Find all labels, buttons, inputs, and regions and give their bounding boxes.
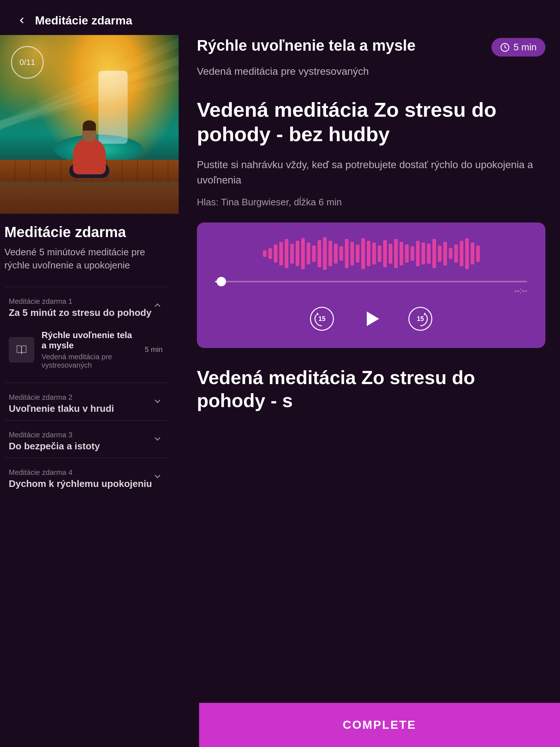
chevron-down-icon-2 <box>152 396 163 408</box>
rewind-15-icon: 15 <box>309 306 335 332</box>
waveform-bar <box>361 238 365 269</box>
waveform-bar <box>307 243 310 264</box>
lesson-duration: 5 min <box>145 345 163 354</box>
lesson-section-4: Meditácie zdarma 4 Dychom k rýchlemu upo… <box>4 458 167 495</box>
lesson-info: Rýchle uvoľnenie tela a mysle Vedená med… <box>42 330 137 369</box>
play-icon <box>357 304 386 333</box>
progress-thumb[interactable] <box>217 277 226 286</box>
waveform-bar <box>394 239 398 268</box>
lesson-item-subtitle: Vedená meditácia pre vystresovaných <box>42 353 137 369</box>
waveform-bar <box>290 244 294 264</box>
waveform-bar <box>318 240 321 267</box>
main-layout: 0/11 Meditácie zdarma Vedené 5 minútové … <box>0 35 560 510</box>
waveform-bar <box>389 244 392 264</box>
lesson-section-1: Meditácie zdarma 1 Za 5 minút zo stresu … <box>4 287 167 383</box>
waveform-bar <box>465 238 469 269</box>
waveform-bar <box>411 246 414 261</box>
header: Meditácie zdarma <box>0 0 560 35</box>
progress-counter: 0/11 <box>11 46 44 79</box>
lesson-section-3: Meditácie zdarma 3 Do bezpečia a istoty <box>4 420 167 458</box>
lesson-section-label-3: Meditácie zdarma 3 <box>9 431 100 439</box>
progress-bar-container[interactable] <box>215 281 527 282</box>
lesson-list: Meditácie zdarma 1 Za 5 minút zo stresu … <box>4 287 167 495</box>
waveform-bar <box>443 242 447 266</box>
svg-marker-3 <box>367 311 379 326</box>
progress-track[interactable] <box>215 281 527 282</box>
waveform-bar <box>350 242 354 266</box>
waveform-bar <box>312 245 316 262</box>
waveform-bar <box>378 245 381 262</box>
waveform-bar <box>301 238 305 269</box>
hero-image: 0/11 <box>0 35 179 214</box>
waveform-bar <box>454 244 458 263</box>
collection-title: Meditácie zdarma <box>4 224 167 240</box>
waveform-bar <box>356 244 359 263</box>
waveform-bar <box>476 245 480 262</box>
waveform-bar <box>367 241 370 266</box>
player-controls: 15 15 <box>215 304 527 333</box>
waveform-bar <box>323 237 327 270</box>
lesson-items-1: Rýchle uvoľnenie tela a mysle Vedená med… <box>4 324 167 383</box>
waveform-bar <box>449 248 452 259</box>
svg-text:15: 15 <box>417 316 424 323</box>
clock-icon <box>500 43 510 52</box>
collection-description: Vedené 5 minútové meditácie pre rýchle u… <box>4 245 167 272</box>
article-title: Rýchle uvoľnenie tela a mysle <box>197 36 483 55</box>
waveform-bar <box>438 245 442 262</box>
lesson-item[interactable]: Rýchle uvoľnenie tela a mysle Vedená med… <box>9 324 163 375</box>
waveform-bar <box>372 243 376 264</box>
article-meta: Rýchle uvoľnenie tela a mysle 5 min <box>197 35 545 57</box>
lesson-section-title-1: Za 5 minút zo stresu do pohody <box>9 307 151 318</box>
audio-player: --:-- 15 <box>197 222 545 348</box>
play-button[interactable] <box>357 304 386 333</box>
lesson-section-header-3[interactable]: Meditácie zdarma 3 Do bezpečia a istoty <box>4 421 167 458</box>
section2-title: Vedená meditácia Zo stresu do pohody - s <box>197 366 545 412</box>
waveform-bar <box>263 250 267 257</box>
lesson-section-label-4: Meditácie zdarma 4 <box>9 468 152 477</box>
waveform-bar <box>279 242 283 266</box>
time-badge-text: 5 min <box>513 42 537 53</box>
svg-text:15: 15 <box>318 316 326 323</box>
complete-button[interactable]: COMPLETE <box>199 703 560 747</box>
time-badge: 5 min <box>491 38 545 57</box>
waveform-bar <box>285 239 288 268</box>
lesson-section-header-1[interactable]: Meditácie zdarma 1 Za 5 minút zo stresu … <box>4 287 167 324</box>
header-title: Meditácie zdarma <box>35 14 132 27</box>
waveform-bar <box>268 248 272 259</box>
lesson-section-label-1: Meditácie zdarma 1 <box>9 297 151 306</box>
lesson-thumbnail <box>9 337 34 363</box>
lesson-section-label-2: Meditácie zdarma 2 <box>9 393 114 402</box>
right-column: Rýchle uvoľnenie tela a mysle 5 min Vede… <box>179 35 560 510</box>
section1-meta: Hlas: Tina Burgwieser, dĺžka 6 min <box>197 197 545 208</box>
lesson-item-title: Rýchle uvoľnenie tela a mysle <box>42 330 137 351</box>
lesson-section-title-3: Do bezpečia a istoty <box>9 441 100 452</box>
chevron-down-icon-3 <box>152 434 163 445</box>
waveform <box>215 237 527 270</box>
time-remaining: --:-- <box>514 286 527 295</box>
lesson-section-title-4: Dychom k rýchlemu upokojeniu <box>9 478 152 489</box>
waveform-bar <box>339 246 343 261</box>
waveform-bar <box>421 243 425 264</box>
waveform-bar <box>432 239 436 268</box>
waveform-bar <box>345 239 349 268</box>
rewind-button[interactable]: 15 <box>309 306 335 332</box>
lesson-section-title-2: Uvoľnenie tlaku v hrudi <box>9 403 114 414</box>
left-column: 0/11 Meditácie zdarma Vedené 5 minútové … <box>0 35 179 510</box>
forward-button[interactable]: 15 <box>408 306 433 332</box>
lesson-section-header-2[interactable]: Meditácie zdarma 2 Uvoľnenie tlaku v hru… <box>4 383 167 420</box>
back-button[interactable] <box>15 13 29 28</box>
article-subtitle: Vedená meditácia pre vystresovaných <box>197 64 545 79</box>
waveform-bar <box>405 244 409 263</box>
waveform-bar <box>296 241 299 266</box>
section1-desc: Pustite si nahrávku vždy, keď sa potrebu… <box>197 157 545 188</box>
progress-times: --:-- <box>215 286 527 295</box>
waveform-bar <box>328 241 332 266</box>
chevron-down-icon-4 <box>152 471 163 483</box>
forward-15-icon: 15 <box>408 306 433 332</box>
waveform-bar <box>460 241 463 266</box>
waveform-bar <box>274 244 277 263</box>
lesson-section-header-4[interactable]: Meditácie zdarma 4 Dychom k rýchlemu upo… <box>4 458 167 495</box>
lesson-section-2: Meditácie zdarma 2 Uvoľnenie tlaku v hru… <box>4 383 167 420</box>
waveform-bar <box>416 241 420 266</box>
waveform-bar <box>427 244 431 264</box>
